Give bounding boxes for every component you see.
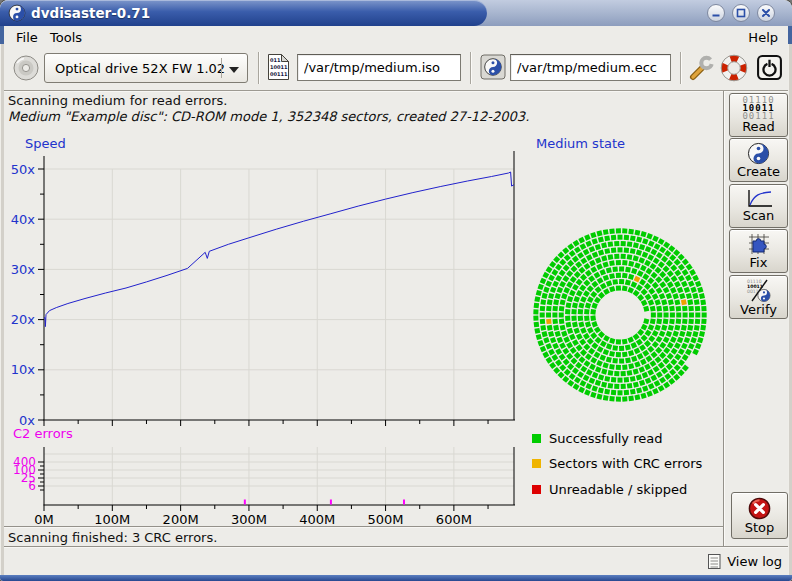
disc-sector-ok: [631, 268, 637, 274]
disc-sector-ok: [697, 287, 703, 293]
disc-sector-ok: [603, 229, 609, 235]
disc-sector-ok: [671, 348, 678, 355]
disc-sector-ok: [682, 269, 689, 276]
disc-sector-ok: [645, 355, 652, 362]
disc-sector-ok: [611, 390, 616, 395]
disc-sector-ok: [664, 373, 671, 380]
disc-sector-ok: [580, 349, 587, 356]
disc-sector-ok: [616, 228, 621, 233]
disc-sector-ok: [622, 260, 627, 265]
disc-sector-ok: [559, 313, 564, 318]
disc-sector-ok: [561, 293, 567, 299]
disc-sector-ok: [606, 343, 612, 349]
disc-sector-ok: [651, 313, 656, 318]
disc-sector-ok: [689, 269, 696, 276]
disc-sector-ok: [611, 377, 616, 382]
disc-sector-ok: [655, 267, 662, 274]
disc-sector-ok: [666, 293, 672, 299]
disc-sector-ok: [676, 306, 682, 312]
disc-sector-ok: [648, 288, 655, 295]
disc-sector-ok: [616, 273, 621, 278]
disc-sector-ok: [592, 385, 598, 391]
disc-sector-ok: [659, 330, 666, 337]
disc-sector-ok: [668, 299, 674, 305]
disc-sector-ok: [609, 351, 615, 357]
disc-sector-ok: [583, 290, 590, 297]
scan-curve-icon: [745, 189, 773, 209]
disc-sector-ok: [687, 299, 693, 305]
menu-tools[interactable]: Tools: [46, 29, 86, 46]
ecc-path-input[interactable]: [510, 54, 671, 81]
close-button[interactable]: [757, 4, 775, 22]
disc-sector-ok: [553, 367, 560, 374]
disc-sector-ok: [585, 270, 592, 277]
disc-sector-ok: [570, 357, 577, 364]
medium-state-disc: [525, 219, 717, 411]
disc-sector-ok: [686, 264, 693, 271]
create-button[interactable]: Create: [729, 138, 788, 182]
disc-sector-ok: [645, 294, 652, 301]
disc-sector-ok: [654, 299, 660, 305]
view-log-button[interactable]: View log: [707, 553, 782, 570]
disc-sector-ok: [630, 376, 636, 382]
disc-sector-ok: [645, 330, 652, 337]
stop-button[interactable]: Stop: [731, 492, 788, 539]
disc-sector-ok: [590, 357, 597, 364]
fix-button[interactable]: Fix: [729, 229, 788, 273]
disc-sector-ok: [633, 382, 639, 388]
disc-sector-ok: [685, 349, 692, 356]
disc-sector-ok: [590, 332, 597, 339]
svg-text:0x: 0x: [19, 413, 35, 428]
disc-sector-ok: [627, 370, 633, 376]
disc-sector-ok: [555, 331, 561, 337]
disc-sector-ok: [534, 328, 540, 334]
preferences-wrench-icon[interactable]: [688, 53, 716, 83]
svg-text:10011: 10011: [270, 64, 288, 70]
disc-sector-ok: [557, 287, 564, 294]
menu-file[interactable]: File: [12, 29, 42, 46]
disc-sector-ok: [591, 342, 598, 349]
disc-sector-ok: [651, 272, 658, 279]
disc-sector-ok: [630, 248, 636, 254]
svg-text:600M: 600M: [436, 512, 472, 527]
disc-sector-ok: [594, 272, 601, 279]
disc-sector-ok: [692, 293, 698, 299]
menu-help[interactable]: Help: [744, 29, 782, 46]
disc-sector-ok: [670, 287, 677, 294]
footer-status: Scanning finished: 3 CRC errors.: [8, 530, 217, 545]
disc-sector-ok: [639, 344, 646, 351]
disc-sector-ok: [550, 287, 556, 293]
disc-sector-ok: [684, 337, 690, 343]
disc-sector-ok: [689, 313, 694, 318]
disc-sector-ok: [600, 283, 607, 290]
disc-sector-ok: [682, 319, 687, 324]
iso-path-input[interactable]: [297, 54, 461, 81]
disc-sector-ok: [668, 325, 674, 331]
scan-button[interactable]: Scan: [729, 184, 788, 228]
disc-sector-ok: [643, 306, 649, 312]
disc-sector-ok: [659, 281, 666, 288]
disc-sector-ok: [619, 266, 624, 271]
disc-sector-ok: [659, 271, 666, 278]
quit-power-icon[interactable]: [756, 54, 783, 81]
read-button[interactable]: 01110 10011 00111 Read: [729, 93, 788, 137]
disc-sector-ok: [600, 340, 607, 347]
disc-sector-ok: [637, 294, 644, 301]
disc-sector-ok: [571, 316, 576, 321]
disc-sector-ok: [609, 273, 615, 279]
verify-button[interactable]: 01110 10011 00111 Verify: [729, 275, 788, 319]
disc-sector-ok: [640, 393, 646, 399]
disc-sector-ok: [686, 293, 692, 299]
disc-sector-ok: [560, 299, 566, 305]
disc-sector-ok: [616, 339, 621, 344]
titlebar[interactable]: dvdisaster-0.71: [0, 0, 792, 26]
disc-sector-ok: [598, 237, 604, 243]
maximize-button[interactable]: [732, 4, 750, 22]
help-lifebuoy-icon[interactable]: [720, 54, 748, 82]
svg-text:20x: 20x: [11, 312, 36, 327]
minimize-button[interactable]: [707, 4, 725, 22]
disc-sector-ok: [570, 276, 577, 283]
disc-sector-ok: [670, 264, 677, 271]
drive-selector[interactable]: Optical drive 52X FW 1.02: [44, 53, 248, 83]
disc-sector-ok: [578, 267, 585, 274]
